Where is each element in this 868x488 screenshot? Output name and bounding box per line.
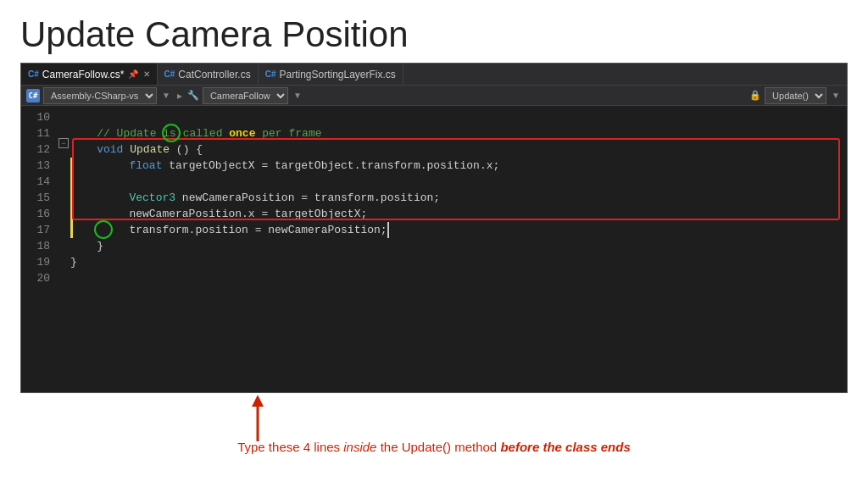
- bottom-text-prefix: Type these 4 lines: [237, 440, 343, 454]
- breadcrumb-right: 🔒 Update() ▼: [749, 87, 842, 104]
- code-content[interactable]: // Update is called once per frame void …: [70, 106, 847, 392]
- class-icon: 🔧: [187, 90, 199, 101]
- svg-marker-1: [252, 395, 264, 407]
- code-line-18: }: [70, 238, 847, 254]
- ln-12: 12: [21, 141, 50, 158]
- bottom-text-middle: the Update() method: [376, 440, 500, 454]
- csharp-breadcrumb-icon: C#: [26, 89, 40, 103]
- tab-csharp-icon: C#: [28, 69, 39, 79]
- ln-19: 19: [21, 254, 50, 270]
- tab-catcontroller-label: CatController.cs: [178, 69, 250, 80]
- code-line-15: Vector3 newCameraPosition = transform.po…: [70, 190, 847, 206]
- code-line-19: }: [70, 254, 847, 270]
- code-line-16: newCameraPosition.x = targetObjectX;: [70, 206, 847, 222]
- namespace-dropdown[interactable]: Assembly-CSharp-vs: [43, 87, 157, 104]
- ln-13: 13: [21, 158, 50, 174]
- tab-catcontroller[interactable]: C# CatController.cs: [158, 64, 259, 85]
- ln-15: 15: [21, 190, 50, 206]
- page: Update Camera Position C# CameraFollow.c…: [0, 0, 868, 488]
- tab-partingsorting-label: PartingSortingLayerFix.cs: [279, 69, 395, 80]
- code-line-14: [70, 174, 847, 190]
- breadcrumb-bar: C# Assembly-CSharp-vs ▼ ▸ 🔧 CameraFollow…: [21, 86, 847, 106]
- code-wrapper: // Update is called once per frame void …: [70, 106, 847, 392]
- tab-csharp-icon2: C#: [164, 69, 175, 79]
- breadcrumb-mid: 🔧 CameraFollow ▼: [187, 87, 303, 104]
- bottom-instruction: Type these 4 lines inside the Update() m…: [20, 440, 848, 454]
- tab-pin-icon: 📌: [128, 69, 138, 79]
- code-line-10: [70, 109, 847, 125]
- tab-csharp-icon3: C#: [265, 69, 276, 79]
- code-line-13: float targetObjectX = targetObject.trans…: [70, 158, 847, 174]
- code-line-11: // Update is called once per frame: [70, 125, 847, 141]
- code-line-12: void Update () {: [70, 141, 847, 158]
- ln-16: 16: [21, 206, 50, 222]
- breadcrumb-sep1: ▸: [177, 90, 182, 102]
- ln-17: 17: [21, 222, 50, 238]
- method-icon: 🔒: [749, 90, 761, 101]
- line-numbers: 10 11 12 13 14 15 16 17 18 19 20: [21, 106, 57, 392]
- ln-11: 11: [21, 125, 50, 141]
- ln-14: 14: [21, 174, 50, 190]
- code-line-17: transform.position = newCameraPosition;: [70, 222, 847, 238]
- ln-18: 18: [21, 238, 50, 254]
- collapse-button[interactable]: −: [58, 138, 69, 148]
- ln-20: 20: [21, 270, 50, 286]
- tab-camerafollow-label: CameraFollow.cs*: [42, 69, 125, 80]
- breadcrumb-left: C# Assembly-CSharp-vs ▼: [26, 87, 172, 104]
- tab-close-icon[interactable]: ✕: [143, 69, 150, 79]
- method-dropdown[interactable]: Update(): [765, 87, 826, 104]
- tab-partingsorting[interactable]: C# PartingSortingLayerFix.cs: [259, 64, 403, 85]
- breadcrumb-chevron2: ▼: [293, 91, 302, 100]
- bottom-text-bold: before the class ends: [500, 440, 630, 454]
- tab-bar: C# CameraFollow.cs* 📌 ✕ C# CatController…: [21, 64, 847, 86]
- bottom-text-italic: inside: [343, 440, 376, 454]
- editor-container: C# CameraFollow.cs* 📌 ✕ C# CatController…: [20, 63, 848, 393]
- code-area: 10 11 12 13 14 15 16 17 18 19 20 −: [21, 106, 847, 392]
- code-line-20: [70, 270, 847, 286]
- page-title: Update Camera Position: [20, 15, 848, 54]
- gutter: −: [57, 106, 70, 392]
- red-arrow: [224, 395, 292, 446]
- tab-camerafollow[interactable]: C# CameraFollow.cs* 📌 ✕: [21, 64, 158, 85]
- breadcrumb-chevron: ▼: [162, 91, 170, 100]
- breadcrumb-chevron3: ▼: [832, 91, 840, 100]
- ln-10: 10: [21, 109, 50, 125]
- class-dropdown[interactable]: CameraFollow: [203, 87, 288, 104]
